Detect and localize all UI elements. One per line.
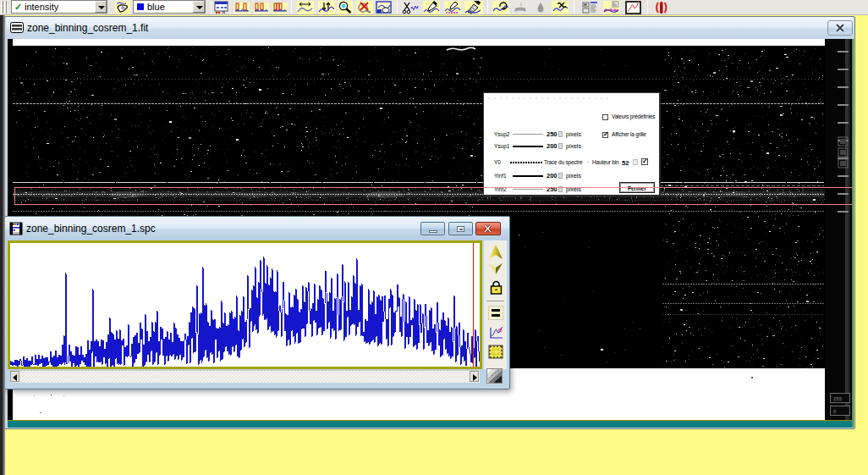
svg-text:c: c	[498, 326, 503, 334]
svg-text:255: 255	[833, 396, 843, 401]
